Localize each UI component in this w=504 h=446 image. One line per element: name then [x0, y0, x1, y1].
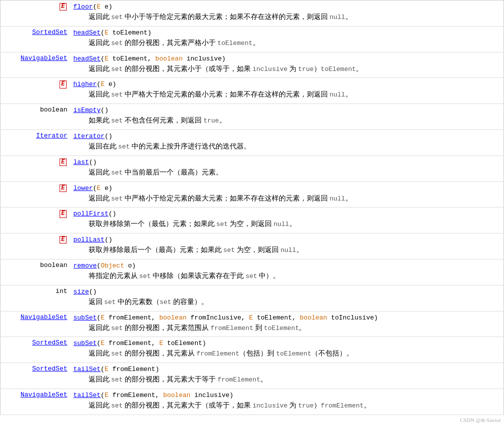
method-description: 返回在此 set 中的元素上按升序进行迭代的迭代器。	[74, 140, 501, 154]
desc-code-word: true	[298, 66, 314, 73]
desc-code-word: set	[111, 91, 123, 98]
return-type-link[interactable]: NavigableSet	[21, 391, 68, 398]
table-row: NavigableSettailSet(E fromElement, boole…	[1, 388, 504, 414]
method-name-link[interactable]: pollLast	[74, 236, 105, 244]
method-cell: tailSet(E fromElement, boolean inclusive…	[71, 388, 504, 414]
method-params: ()	[101, 106, 109, 114]
method-name-link[interactable]: subSet	[74, 314, 97, 322]
method-cell: last()返回此 set 中当前最后一个（最高）元素。	[71, 156, 504, 182]
method-cell: iterator()返回在此 set 中的元素上按升序进行迭代的迭代器。	[71, 130, 504, 156]
method-signature-line: tailSet(E fromElement)	[74, 365, 501, 373]
desc-code-word: fromElement	[210, 324, 253, 332]
method-cell: subSet(E fromElement, E toElement)返回此 se…	[71, 337, 504, 363]
method-description: 返回 set 中的元素数（set 的容量）。	[74, 296, 501, 309]
return-type-link[interactable]: NavigableSet	[21, 54, 68, 62]
table-row: Elast()返回此 set 中当前最后一个（最高）元素。	[1, 156, 504, 182]
desc-code-word: fromElement	[196, 350, 239, 358]
table-row: NavigableSetheadSet(E toElement, boolean…	[1, 52, 504, 78]
desc-code-word: set	[111, 376, 123, 384]
method-name-link[interactable]: iterator	[74, 132, 105, 140]
method-name-link[interactable]: higher	[74, 80, 97, 88]
method-name-link[interactable]: floor	[74, 3, 93, 10]
method-signature-line: headSet(E toElement)	[74, 28, 501, 36]
method-params: ()	[105, 236, 113, 244]
return-type-cell: E	[1, 208, 71, 234]
table-row: booleanisEmpty()如果此 set 不包含任何元素，则返回 true…	[1, 104, 504, 130]
desc-code-word: fromElement	[217, 376, 260, 384]
desc-code-word: set	[111, 40, 123, 47]
desc-code-word: set	[216, 220, 228, 228]
desc-code-word: set	[111, 195, 123, 202]
api-table: Efloor(E e)返回此 set 中小于等于给定元素的最大元素；如果不存在这…	[0, 0, 504, 415]
desc-code-word: null	[329, 14, 345, 21]
method-name-link[interactable]: headSet	[74, 29, 101, 36]
desc-code-word: set	[111, 169, 123, 176]
return-type-link[interactable]: SortedSet	[32, 28, 67, 36]
return-type-cell: Iterator	[1, 130, 71, 156]
method-cell: headSet(E toElement)返回此 set 的部分视图，其元素严格小…	[71, 26, 504, 52]
method-name-link[interactable]: last	[74, 158, 89, 166]
method-cell: floor(E e)返回此 set 中小于等于给定元素的最大元素；如果不存在这样…	[71, 0, 504, 26]
method-params: (E e)	[93, 3, 113, 10]
method-signature-line: isEmpty()	[74, 106, 501, 114]
return-type-link[interactable]: Iterator	[36, 132, 67, 140]
desc-code-word: toElement	[217, 40, 252, 47]
method-description: 获取并移除第一个（最低）元素；如果此 set 为空，则返回 null。	[74, 218, 501, 231]
return-type-cell: boolean	[1, 104, 71, 130]
desc-code-word: set	[111, 117, 123, 124]
method-cell: subSet(E fromElement, boolean fromInclus…	[71, 311, 504, 337]
method-description: 返回此 set 中严格大于给定元素的最小元素；如果不存在这样的元素，则返回 nu…	[74, 88, 501, 102]
desc-code-word: toElement	[276, 350, 311, 358]
table-row: SortedSettailSet(E fromElement)返回此 set 的…	[1, 363, 504, 389]
method-params: (E fromElement, E toElement)	[97, 340, 206, 347]
method-params: ()	[105, 132, 113, 140]
method-name-link[interactable]: isEmpty	[74, 106, 101, 114]
watermark: CSDN @&·Savior	[0, 415, 504, 425]
return-type-link[interactable]: SortedSet	[32, 365, 67, 372]
table-row: EpollLast()获取并移除最后一个（最高）元素；如果此 set 为空，则返…	[1, 234, 504, 260]
method-description: 返回此 set 中严格小于给定元素的最大元素；如果不存在这样的元素，则返回 nu…	[74, 192, 501, 206]
return-type-link[interactable]: NavigableSet	[21, 314, 68, 321]
table-row: Elower(E e)返回此 set 中严格小于给定元素的最大元素；如果不存在这…	[1, 182, 504, 208]
table-row: Ehigher(E e)返回此 set 中严格大于给定元素的最小元素；如果不存在…	[1, 78, 504, 104]
table-row: booleanremove(Object o)将指定的元素从 set 中移除（如…	[1, 259, 504, 285]
method-description: 返回此 set 中当前最后一个（最高）元素。	[74, 166, 501, 180]
method-description: 返回此 set 的部分视图，其元素严格小于 toElement。	[74, 36, 501, 50]
method-name-link[interactable]: pollFirst	[74, 210, 109, 218]
return-type-link[interactable]: SortedSet	[32, 339, 67, 346]
method-signature-line: higher(E e)	[74, 80, 501, 88]
method-params: (E e)	[97, 80, 116, 88]
method-name-link[interactable]: tailSet	[74, 392, 101, 399]
method-cell: headSet(E toElement, boolean inclusive)返…	[71, 52, 504, 78]
method-name-link[interactable]: headSet	[74, 55, 101, 62]
method-signature-line: iterator()	[74, 132, 501, 140]
desc-code-word: true	[203, 117, 219, 124]
method-name-link[interactable]: size	[74, 288, 89, 296]
return-type-cell: E	[1, 78, 71, 104]
table-row: EpollFirst()获取并移除第一个（最低）元素；如果此 set 为空，则返…	[1, 208, 504, 234]
method-cell: pollLast()获取并移除最后一个（最高）元素；如果此 set 为空，则返回…	[71, 234, 504, 260]
method-name-link[interactable]: tailSet	[74, 366, 101, 373]
desc-code-word: set	[111, 66, 123, 73]
method-name-link[interactable]: remove	[74, 262, 97, 270]
desc-code-word: set	[111, 350, 123, 358]
method-signature-line: headSet(E toElement, boolean inclusive)	[74, 54, 501, 62]
method-name-link[interactable]: lower	[74, 184, 93, 192]
table-row: Iteratoriterator()返回在此 set 中的元素上按升序进行迭代的…	[1, 130, 504, 156]
desc-code-word: true	[298, 402, 314, 410]
method-cell: pollFirst()获取并移除第一个（最低）元素；如果此 set 为空，则返回…	[71, 208, 504, 234]
method-signature-line: last()	[74, 158, 501, 166]
method-params: (E toElement, boolean inclusive)	[101, 55, 226, 62]
method-signature-line: pollLast()	[74, 236, 501, 244]
method-params: (E fromElement, boolean fromInclusive, E…	[97, 314, 378, 322]
table-row: NavigableSetsubSet(E fromElement, boolea…	[1, 311, 504, 337]
method-signature-line: size()	[74, 288, 501, 296]
desc-code-word: set	[245, 272, 257, 280]
desc-code-word: set	[223, 246, 235, 254]
return-type-cell: SortedSet	[1, 26, 71, 52]
method-name-link[interactable]: subSet	[74, 340, 97, 347]
method-signature-line: floor(E e)	[74, 2, 501, 10]
method-params: ()	[89, 158, 97, 166]
method-params: (E fromElement)	[101, 366, 159, 373]
method-description: 返回此 set 的部分视图，其元素大于等于 fromElement。	[74, 373, 501, 386]
